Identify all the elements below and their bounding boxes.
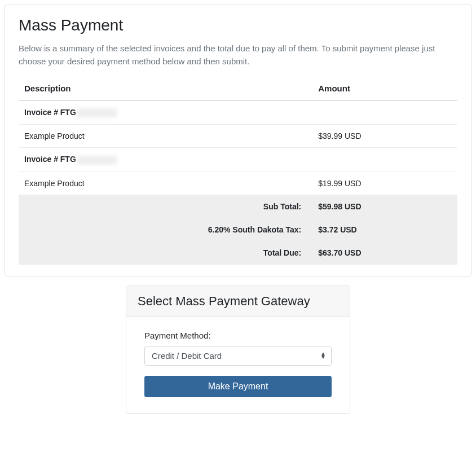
gateway-body: Payment Method: Credit / Debit Card ▲▼ M… xyxy=(126,317,350,413)
line-item-name: Example Product xyxy=(19,125,312,148)
total-due-row: Total Due: $63.70 USD xyxy=(19,241,457,264)
invoice-header-row: Invoice # FTG xyxy=(19,100,457,125)
tax-value: $3.72 USD xyxy=(312,218,457,241)
total-due-value: $63.70 USD xyxy=(312,241,457,264)
invoice-table: Description Amount Invoice # FTG Example… xyxy=(19,77,457,265)
invoice-label: Invoice # FTG xyxy=(24,108,76,117)
invoice-number: Invoice # FTG xyxy=(19,100,457,125)
intro-text: Below is a summary of the selected invoi… xyxy=(19,42,457,68)
payment-method-label: Payment Method: xyxy=(144,331,332,340)
gateway-title: Select Mass Payment Gateway xyxy=(138,294,338,309)
line-item-amount: $39.99 USD xyxy=(312,125,457,148)
subtotal-value: $59.98 USD xyxy=(312,195,457,218)
mass-payment-panel: Mass Payment Below is a summary of the s… xyxy=(5,5,471,276)
tax-row: 6.20% South Dakota Tax: $3.72 USD xyxy=(19,218,457,241)
gateway-panel: Select Mass Payment Gateway Payment Meth… xyxy=(126,286,350,414)
invoice-header-row: Invoice # FTG xyxy=(19,148,457,172)
redacted-text xyxy=(77,156,117,165)
col-description-header: Description xyxy=(19,77,312,100)
redacted-text xyxy=(77,108,117,117)
subtotal-row: Sub Total: $59.98 USD xyxy=(19,195,457,218)
tax-label: 6.20% South Dakota Tax: xyxy=(19,218,312,241)
make-payment-button[interactable]: Make Payment xyxy=(144,376,332,397)
invoice-number: Invoice # FTG xyxy=(19,148,457,172)
total-due-label: Total Due: xyxy=(19,241,312,264)
subtotal-label: Sub Total: xyxy=(19,195,312,218)
line-item-amount: $19.99 USD xyxy=(312,172,457,195)
invoice-label: Invoice # FTG xyxy=(24,155,76,164)
line-item-row: Example Product $39.99 USD xyxy=(19,125,457,148)
page-title: Mass Payment xyxy=(19,16,457,34)
col-amount-header: Amount xyxy=(312,77,457,100)
payment-method-select[interactable]: Credit / Debit Card xyxy=(144,346,332,366)
payment-method-select-wrap: Credit / Debit Card ▲▼ xyxy=(144,346,332,366)
line-item-row: Example Product $19.99 USD xyxy=(19,172,457,195)
gateway-header: Select Mass Payment Gateway xyxy=(126,286,350,317)
line-item-name: Example Product xyxy=(19,172,312,195)
